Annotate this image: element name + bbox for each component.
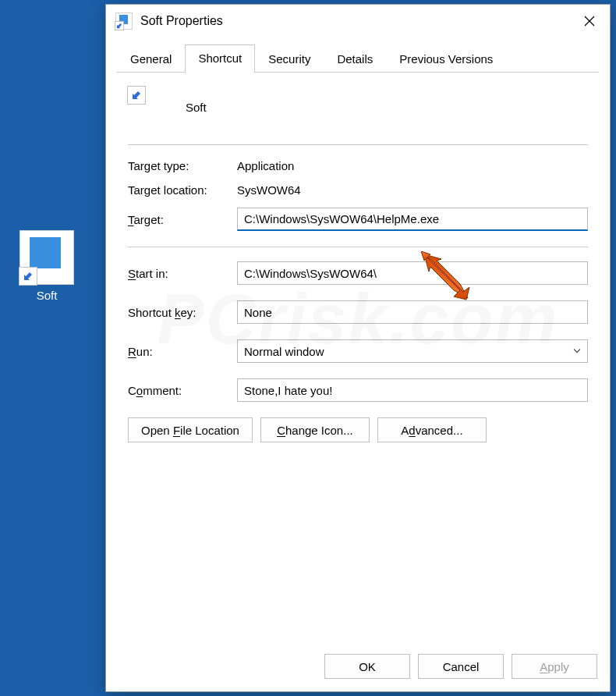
- label-comment: Comment:: [128, 384, 237, 397]
- divider: [128, 247, 588, 247]
- value-target-type: Application: [237, 159, 588, 172]
- close-icon: [584, 16, 595, 27]
- label-start-in: Start in:: [128, 267, 237, 280]
- tab-shortcut[interactable]: Shortcut: [185, 44, 255, 73]
- value-target-location: SysWOW64: [237, 183, 588, 197]
- dialog-title: Soft Properties: [140, 14, 569, 28]
- advanced-button[interactable]: Advanced...: [377, 417, 487, 442]
- comment-input[interactable]: [237, 378, 588, 402]
- dialog-footer: OK Cancel Apply: [106, 643, 610, 691]
- label-shortcut-key: Shortcut key:: [128, 306, 237, 319]
- tab-general[interactable]: General: [117, 45, 185, 73]
- label-target-type: Target type:: [128, 159, 237, 172]
- shortcut-large-icon: [128, 90, 162, 124]
- desktop-shortcut[interactable]: Soft: [8, 230, 86, 302]
- cancel-button[interactable]: Cancel: [418, 654, 504, 679]
- titlebar-shortcut-icon: [115, 12, 133, 30]
- label-target: Target:: [128, 213, 237, 226]
- shortcut-overlay-arrow-icon: [19, 267, 37, 286]
- shortcut-name: Soft: [186, 101, 207, 114]
- shortcut-icon: [19, 230, 74, 285]
- shortcut-key-input[interactable]: [237, 300, 588, 324]
- start-in-input[interactable]: [237, 261, 588, 285]
- change-icon-button[interactable]: Change Icon...: [260, 417, 370, 442]
- run-select[interactable]: Normal window: [237, 339, 588, 363]
- tab-previous-versions[interactable]: Previous Versions: [386, 45, 506, 73]
- close-button[interactable]: [569, 5, 610, 37]
- target-input[interactable]: [237, 208, 588, 231]
- label-target-location: Target location:: [128, 183, 237, 197]
- label-run: Run:: [128, 345, 237, 358]
- ok-button[interactable]: OK: [324, 654, 410, 679]
- tab-strip: General Shortcut Security Details Previo…: [106, 37, 610, 73]
- divider: [128, 144, 588, 145]
- titlebar: Soft Properties: [106, 5, 610, 37]
- tab-content-shortcut: Soft Target type: Application Target loc…: [106, 73, 610, 643]
- open-file-location-button[interactable]: Open File Location: [128, 417, 253, 442]
- desktop-shortcut-label: Soft: [8, 289, 86, 302]
- apply-button[interactable]: Apply: [512, 654, 597, 679]
- tab-security[interactable]: Security: [255, 45, 324, 73]
- tab-details[interactable]: Details: [324, 45, 386, 73]
- properties-dialog: Soft Properties General Shortcut Securit…: [105, 4, 611, 692]
